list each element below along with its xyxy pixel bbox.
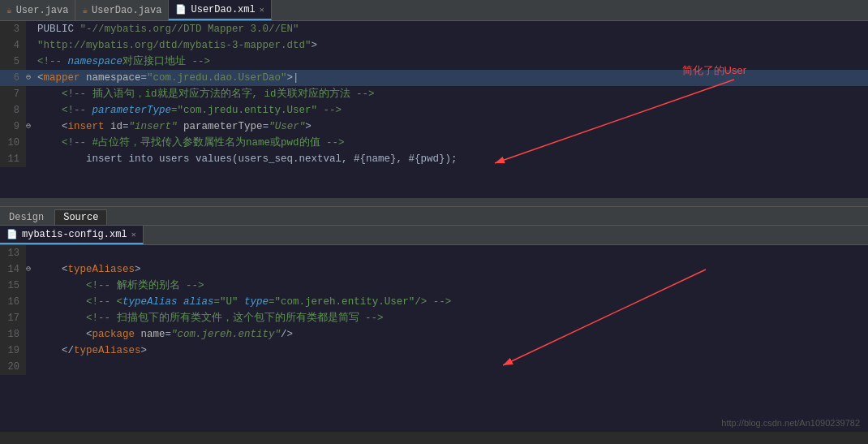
code-line-5: 5 <!-- namespace对应接口地址 --> — [0, 54, 868, 70]
line-number: 3 — [0, 21, 26, 37]
bottom-code-area[interactable]: 13 14 ⊖ <typeAliases> 15 <!-- 解析类的别名 -->… — [0, 245, 868, 375]
line-number: 15 — [0, 278, 26, 294]
code-line-15: 15 <!-- 解析类的别名 --> — [0, 278, 868, 294]
line-number: 5 — [0, 54, 26, 70]
line-number: 9 — [0, 119, 26, 135]
code-line-17: 17 <!-- 扫描包下的所有类文件，这个包下的所有类都是简写 --> — [0, 310, 868, 326]
line-number: 7 — [0, 86, 26, 102]
line-content: <mapper namespace="com.jredu.dao.UserDao… — [34, 70, 299, 86]
line-number: 11 — [0, 151, 26, 167]
line-content: PUBLIC "-//mybatis.org//DTD Mapper 3.0//… — [34, 21, 299, 37]
code-line-9: 9 ⊖ <insert id="insert" parameterType="U… — [0, 119, 868, 135]
line-content: insert into users values(users_seq.nextv… — [34, 151, 458, 167]
line-content: <!-- namespace对应接口地址 --> — [34, 54, 210, 70]
line-content: </typeAliases> — [34, 343, 147, 359]
line-number: 4 — [0, 37, 26, 54]
code-line-11: 11 insert into users values(users_seq.ne… — [0, 151, 868, 167]
code-line-6: 6 ⊖ <mapper namespace="com.jredu.dao.Use… — [0, 70, 868, 86]
top-tab-bar: ☕ User.java ☕ UserDao.java 📄 UserDao.xml… — [0, 0, 868, 21]
java-icon: ☕ — [6, 5, 12, 15]
line-number: 20 — [0, 359, 26, 375]
line-content: <!-- 扫描包下的所有类文件，这个包下的所有类都是简写 --> — [34, 310, 384, 326]
line-number: 13 — [0, 245, 26, 261]
line-content: <insert id="insert" parameterType="User"… — [34, 119, 312, 135]
tab-source[interactable]: Source — [54, 209, 107, 225]
tab-userdao-java[interactable]: ☕ UserDao.java — [75, 0, 169, 20]
line-content: <!-- <typeAlias alias="U" type="com.jere… — [34, 294, 451, 310]
java-icon: ☕ — [82, 5, 88, 15]
line-number: 16 — [0, 294, 26, 310]
tab-design[interactable]: Design — [0, 209, 53, 225]
line-content — [34, 359, 44, 375]
tab-mybatis-config[interactable]: 📄 mybatis-config.xml ✕ — [0, 226, 144, 244]
code-line-10: 10 <!-- #占位符，寻找传入参数属性名为name或pwd的值 --> — [0, 135, 868, 151]
code-line-20: 20 — [0, 359, 868, 375]
line-number: 8 — [0, 102, 26, 119]
line-content: <typeAliases> — [34, 261, 141, 278]
code-line-19: 19 </typeAliases> — [0, 343, 868, 359]
line-content: <!-- parameterType="com.jredu.entity.Use… — [34, 102, 342, 119]
top-code-area[interactable]: 3 PUBLIC "-//mybatis.org//DTD Mapper 3.0… — [0, 21, 868, 167]
line-content: <package name="com.jereh.entity"/> — [34, 326, 293, 343]
line-number: 18 — [0, 326, 26, 343]
line-number: 6 — [0, 70, 26, 86]
tab-close-icon[interactable]: ✕ — [260, 5, 264, 15]
line-content — [34, 245, 44, 261]
bottom-editor: 13 14 ⊖ <typeAliases> 15 <!-- 解析类的别名 -->… — [0, 245, 868, 432]
view-tab-bar: Design Source — [0, 206, 868, 226]
line-number: 14 — [0, 261, 26, 278]
code-line-7: 7 <!-- 插入语句，id就是对应方法的名字, id关联对应的方法 --> — [0, 86, 868, 102]
fold-indicator: ⊖ — [26, 261, 34, 278]
fold-indicator: ⊖ — [26, 119, 34, 135]
line-content: <!-- 解析类的别名 --> — [34, 278, 204, 294]
code-line-8: 8 <!-- parameterType="com.jredu.entity.U… — [0, 102, 868, 119]
line-content: <!-- 插入语句，id就是对应方法的名字, id关联对应的方法 --> — [34, 86, 375, 102]
code-line-4: 4 "http://mybatis.org/dtd/mybatis-3-mapp… — [0, 37, 868, 54]
h-scrollbar-top[interactable] — [0, 198, 868, 206]
tab-userdao-xml[interactable]: 📄 UserDao.xml ✕ — [169, 0, 271, 20]
xml-icon: 📄 — [175, 4, 187, 15]
line-number: 10 — [0, 135, 26, 151]
bottom-tab-bar: 📄 mybatis-config.xml ✕ — [0, 226, 868, 245]
fold-indicator: ⊖ — [26, 70, 34, 86]
tab-close-icon[interactable]: ✕ — [131, 230, 136, 239]
code-line-13: 13 — [0, 245, 868, 261]
line-content: <!-- #占位符，寻找传入参数属性名为name或pwd的值 --> — [34, 135, 345, 151]
line-number: 19 — [0, 343, 26, 359]
line-content: "http://mybatis.org/dtd/mybatis-3-mapper… — [34, 37, 317, 54]
code-line-3: 3 PUBLIC "-//mybatis.org//DTD Mapper 3.0… — [0, 21, 868, 37]
tab-user-java[interactable]: ☕ User.java — [0, 0, 75, 20]
line-number: 17 — [0, 310, 26, 326]
watermark: http://blog.csdn.net/An1090239782 — [721, 418, 860, 428]
top-editor: 3 PUBLIC "-//mybatis.org//DTD Mapper 3.0… — [0, 21, 868, 198]
code-line-14: 14 ⊖ <typeAliases> — [0, 261, 868, 278]
xml-icon: 📄 — [6, 229, 18, 239]
code-line-18: 18 <package name="com.jereh.entity"/> — [0, 326, 868, 343]
code-line-16: 16 <!-- <typeAlias alias="U" type="com.j… — [0, 294, 868, 310]
